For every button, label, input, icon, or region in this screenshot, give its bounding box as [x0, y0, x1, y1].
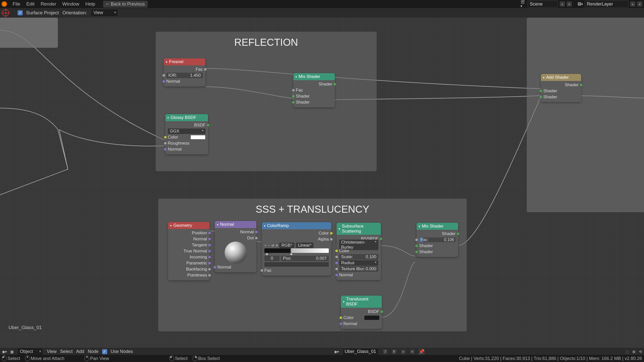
cursor-icon[interactable] [2, 9, 9, 16]
sss-header[interactable]: Subsurface Scattering [337, 223, 381, 235]
mode-icon[interactable]: ▦ [10, 350, 14, 354]
node-add-shader[interactable]: Add Shader Shader Shader Shader [541, 74, 581, 102]
colorramp-gradient[interactable] [264, 248, 329, 253]
glossy-output-bsdf: BSDF [194, 123, 206, 128]
node-subsurface-scattering[interactable]: Subsurface Scattering BSSRDF Christensen… [337, 223, 381, 280]
material-name-field[interactable]: Uber_Glass_01 [342, 348, 379, 355]
status-move: Move and Attach [31, 356, 64, 361]
footer-menu-node[interactable]: Node [88, 349, 99, 354]
colorramp-pos-field[interactable]: Pos:0.007 [281, 256, 329, 261]
app-menu-bar: File Edit Render Window Help ⤺Back to Pr… [0, 0, 644, 8]
mix2-input-shader2: Shader [419, 249, 433, 254]
autoupdate-button[interactable]: ⟲ [639, 350, 642, 354]
node-translucent-bsdf[interactable]: Translucent BSDF BSDF Color Normal [341, 296, 382, 329]
node-editor-header: ◉▾ ▦ Object View Select Add Node ✓ Use N… [0, 348, 644, 355]
sss-scale-field[interactable]: Scale:0.100 [339, 254, 378, 260]
colorramp-index-field[interactable]: 0 [264, 256, 279, 261]
geometry-header[interactable]: Geometry [168, 222, 210, 229]
scene-name-field[interactable]: Scene [528, 1, 558, 8]
menu-help[interactable]: Help [82, 0, 98, 8]
glossy-normal-label: Normal [168, 147, 182, 152]
menu-window[interactable]: Window [59, 0, 83, 8]
material-unlink-button[interactable]: × [410, 349, 415, 354]
translucent-header[interactable]: Translucent BSDF [341, 296, 382, 308]
node-editor-canvas[interactable]: REFLECTION Fresnel Fac IOR:1.450 Normal … [0, 18, 644, 348]
mix2-fac-slider[interactable]: Fac:0.106 [419, 238, 456, 242]
surface-project-checkbox[interactable]: ✓ [18, 10, 23, 15]
snap-button[interactable]: ⬚ [626, 350, 629, 354]
glossy-color-swatch[interactable] [190, 135, 206, 140]
colorramp-dropdown-icon[interactable]: ▾ [276, 243, 278, 247]
mouse-right-icon [193, 356, 197, 361]
colorramp-interp-dropdown[interactable]: Linear [296, 243, 313, 248]
footer-menu-view[interactable]: View [47, 349, 57, 354]
fresnel-ior-field[interactable]: IOR:1.450 [166, 73, 203, 78]
node-mix-shader-1[interactable]: Mix Shader Shader Fac Shader Shader [293, 73, 335, 107]
add-shader-header[interactable]: Add Shader [541, 74, 581, 81]
mix1-input-fac: Fac [296, 88, 303, 93]
material-browse-icon[interactable]: ◉▾ [334, 350, 339, 354]
renderlayer-delete-button[interactable]: × [637, 1, 642, 7]
normal-direction-widget[interactable] [225, 242, 247, 264]
add-output-shader: Shader [565, 82, 579, 87]
mix1-header[interactable]: Mix Shader [293, 73, 335, 80]
use-nodes-checkbox[interactable]: ✓ [102, 349, 107, 354]
orientation-dropdown[interactable]: View [91, 9, 118, 17]
renderlayer-icon[interactable]: 🖼▾ [578, 2, 583, 6]
surface-project-label: Surface Project [26, 10, 59, 16]
colorramp-mode-dropdown[interactable]: RGB [279, 243, 294, 248]
colorramp-add-stop-icon[interactable]: + [264, 243, 266, 247]
renderlayer-new-button[interactable]: + [630, 1, 635, 7]
node-glossy-header[interactable]: Glossy BSDF [165, 114, 208, 121]
mix2-header[interactable]: Mix Shader [417, 223, 458, 230]
back-to-previous-button[interactable]: ⤺Back to Previous [103, 1, 148, 8]
glossy-roughness-label: Roughness [168, 141, 189, 146]
material-fakeuser-button[interactable]: F [391, 349, 397, 354]
translucent-color-swatch[interactable] [364, 315, 379, 320]
node-normal[interactable]: Normal Normal Dot Normal [215, 221, 256, 272]
geo-out-truenormal: True Normal [183, 249, 207, 254]
menu-edit[interactable]: Edit [23, 0, 38, 8]
node-mix-shader-2[interactable]: Mix Shader Shader Fac:0.106 Shader Shade… [417, 223, 458, 257]
status-pan: Pan View [90, 356, 109, 361]
menu-file[interactable]: File [10, 0, 23, 8]
normal-header[interactable]: Normal [215, 221, 256, 228]
node-colorramp[interactable]: ColorRamp Color Alpha + − ⇄ ▾ RGB Linear… [262, 222, 331, 276]
mix2-output-shader: Shader [442, 231, 456, 236]
node-geometry[interactable]: Geometry Position Normal Tangent True No… [168, 222, 210, 280]
footer-menu-add[interactable]: Add [76, 349, 84, 354]
colorramp-tools-icon[interactable]: ⇄ [271, 243, 274, 247]
backdrop-button[interactable]: ⊞ [632, 350, 635, 354]
translucent-color-label: Color [343, 315, 354, 320]
status-select: Select [8, 356, 20, 361]
colorramp-in-fac: Fac [264, 268, 271, 273]
frame-reflection-title: REFLECTION [163, 37, 369, 48]
object-mode-dropdown[interactable]: Object [17, 348, 43, 355]
material-pin-button[interactable]: 📌 [419, 349, 425, 355]
colorramp-remove-stop-icon[interactable]: − [268, 243, 270, 247]
scene-new-button[interactable]: + [559, 1, 565, 7]
colorramp-color-swatch[interactable] [264, 262, 329, 267]
node-glossy-bsdf[interactable]: Glossy BSDF BSDF GGX Color Roughness Nor… [165, 114, 208, 154]
sss-blur-field[interactable]: Texture Blur:0.000 [339, 266, 378, 272]
node-fresnel-header[interactable]: Fresnel [164, 58, 205, 65]
annotation-header: ✓ Surface Project Orientation: View [0, 8, 644, 18]
glossy-distribution-dropdown[interactable]: GGX [168, 128, 206, 134]
scene-browse-icon[interactable]: 🎬▾ [520, 0, 526, 8]
material-new-button[interactable]: + [400, 349, 406, 354]
mouse-middle-icon [25, 356, 30, 361]
colorramp-header[interactable]: ColorRamp [262, 222, 331, 229]
normal-out-dot: Dot [247, 236, 254, 241]
render-layer-field[interactable]: RenderLayer [585, 1, 628, 8]
editor-type-icon[interactable]: ◉▾ [2, 350, 7, 354]
sss-color-label: Color [339, 248, 349, 253]
mix2-input-shader1: Shader [419, 243, 433, 248]
node-fresnel[interactable]: Fresnel Fac IOR:1.450 Normal [164, 58, 205, 86]
footer-menu-select[interactable]: Select [60, 349, 73, 354]
active-material-label: Uber_Glass_01 [9, 325, 42, 330]
translucent-normal-label: Normal [343, 321, 357, 326]
menu-render[interactable]: Render [37, 0, 59, 8]
material-users-count[interactable]: 7 [382, 349, 388, 354]
sss-radius-dropdown[interactable]: Radius [339, 260, 378, 266]
scene-delete-button[interactable]: × [567, 1, 572, 7]
